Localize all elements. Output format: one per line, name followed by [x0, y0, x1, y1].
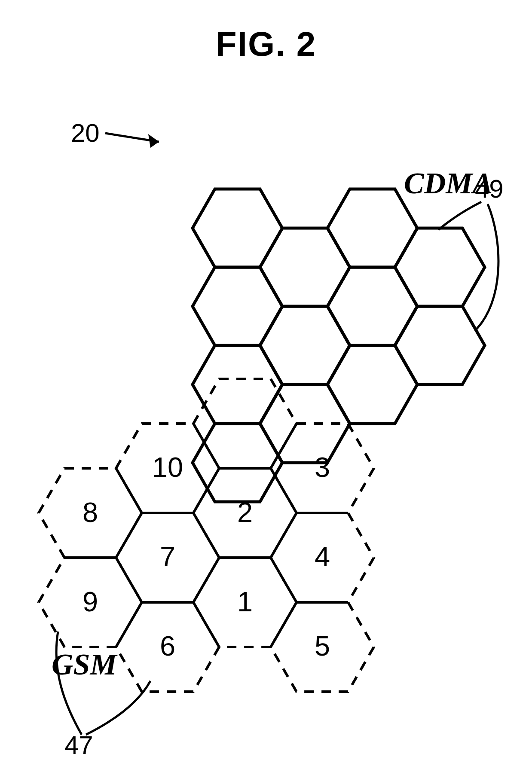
cell-6-label: 6 [160, 630, 175, 662]
cdma-cell [327, 189, 417, 267]
cdma-cell [395, 228, 485, 306]
ref-49-leader-1 [438, 202, 481, 230]
cdma-cell [260, 228, 350, 306]
cell-1-label: 1 [237, 586, 253, 617]
ref-20-arrow-head [148, 134, 159, 148]
cell-8-label: 8 [83, 497, 98, 528]
cdma-cell [193, 345, 282, 424]
gsm-cell-numbers: 8 9 10 7 6 2 1 3 4 5 [83, 452, 330, 662]
ref-49: 49 [475, 174, 504, 203]
cell-3-label: 3 [315, 452, 330, 483]
cdma-cell [327, 345, 417, 424]
ref-20: 20 [71, 119, 100, 147]
cdma-grid [193, 189, 485, 502]
cell-2-label: 2 [237, 497, 253, 528]
cell-4-label: 4 [315, 541, 330, 572]
cdma-cell [193, 189, 282, 267]
cell-5-label: 5 [315, 630, 330, 662]
ref-47: 47 [64, 731, 93, 760]
gsm-label: GSM [52, 648, 118, 681]
cell-10-label: 10 [152, 452, 183, 483]
cdma-cell [260, 306, 350, 384]
cell-9-label: 9 [83, 586, 98, 617]
cdma-cell [327, 267, 417, 345]
figure-diagram: FIG. 2 20 [0, 0, 532, 769]
cdma-cell [395, 306, 485, 384]
cdma-cell [193, 267, 282, 345]
cell-7-label: 7 [160, 541, 175, 572]
figure-title: FIG. 2 [216, 25, 316, 63]
ref-49-leader-2 [475, 204, 498, 331]
